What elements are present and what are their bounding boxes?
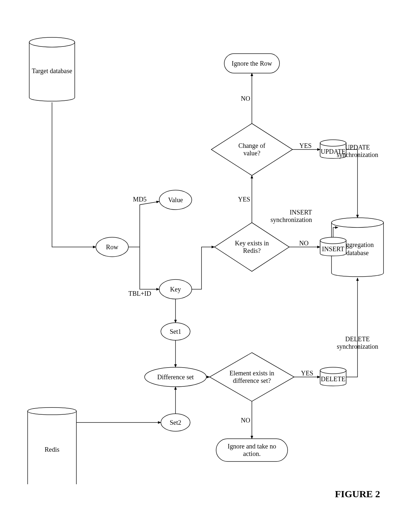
svg-text:Element exists in: Element exists in: [229, 370, 274, 377]
key-label: Key: [170, 286, 181, 293]
label-yes-2: YES: [299, 142, 312, 149]
redis-label: Redis: [45, 446, 59, 453]
svg-text:action.: action.: [243, 450, 261, 457]
change-value-decision: Change of value?: [211, 123, 292, 175]
set1-label: Set1: [170, 328, 181, 335]
ignore-row-label: Ignore the Row: [232, 60, 272, 67]
key-node: Key: [159, 279, 192, 299]
label-yes-3: YES: [301, 370, 313, 377]
svg-text:value?: value?: [243, 149, 260, 157]
svg-point-1: [332, 218, 384, 227]
target-database: Target database: [29, 37, 75, 101]
ignore-action-terminal: Ignore and take no action.: [216, 439, 288, 461]
svg-text:Change of: Change of: [239, 142, 266, 149]
svg-point-20: [320, 367, 346, 374]
edge-update-aggdb: [346, 149, 358, 218]
row-node: Row: [96, 237, 128, 257]
row-label: Row: [106, 243, 118, 251]
edge-delete-aggdb: [346, 278, 358, 377]
svg-point-18: [320, 140, 346, 146]
value-node: Value: [159, 190, 192, 210]
ignore-row-terminal: Ignore the Row: [224, 54, 280, 73]
label-yes-1: YES: [238, 196, 250, 203]
insert-label: INSERT: [322, 245, 344, 253]
element-exists-decision: Element exists in difference set?: [210, 353, 294, 401]
difference-set-label: Difference set: [157, 373, 194, 381]
figure-title: FIGURE 2: [335, 488, 380, 499]
md5-label: MD5: [133, 196, 147, 203]
edge-branch-key: [140, 247, 159, 289]
tblid-label: TBL+ID: [128, 290, 151, 297]
label-no-1: NO: [299, 240, 309, 247]
svg-text:synchronization: synchronization: [270, 216, 312, 224]
svg-text:Ignore and take no: Ignore and take no: [228, 443, 276, 450]
delete-node: DELETE: [320, 367, 346, 386]
svg-text:Redis?: Redis?: [243, 247, 261, 254]
svg-point-19: [320, 237, 346, 244]
difference-set-node: Difference set: [145, 367, 206, 387]
target-database-label: Target database: [32, 67, 72, 75]
edge-key-decision: [192, 247, 214, 289]
delete-label: DELETE: [321, 375, 345, 383]
svg-text:INSERT: INSERT: [290, 209, 312, 216]
svg-text:Key exists in: Key exists in: [235, 240, 269, 247]
svg-point-0: [29, 37, 75, 47]
edge-branch-value: [140, 201, 159, 247]
svg-text:difference set?: difference set?: [233, 377, 271, 384]
key-exists-decision: Key exists in Redis?: [214, 223, 289, 271]
insert-sync-label: INSERT synchronization: [270, 209, 312, 224]
aggregation-db-label-2: database: [346, 249, 369, 256]
redis-store: Redis: [28, 408, 76, 484]
set2-label: Set2: [170, 419, 181, 426]
label-no-3: NO: [241, 417, 250, 424]
set1-node: Set1: [161, 323, 190, 340]
label-no-2: NO: [241, 95, 250, 102]
edge-targetdb-row: [52, 102, 96, 247]
value-label: Value: [168, 196, 183, 203]
insert-node: INSERT: [320, 237, 346, 256]
set2-node: Set2: [161, 414, 190, 431]
